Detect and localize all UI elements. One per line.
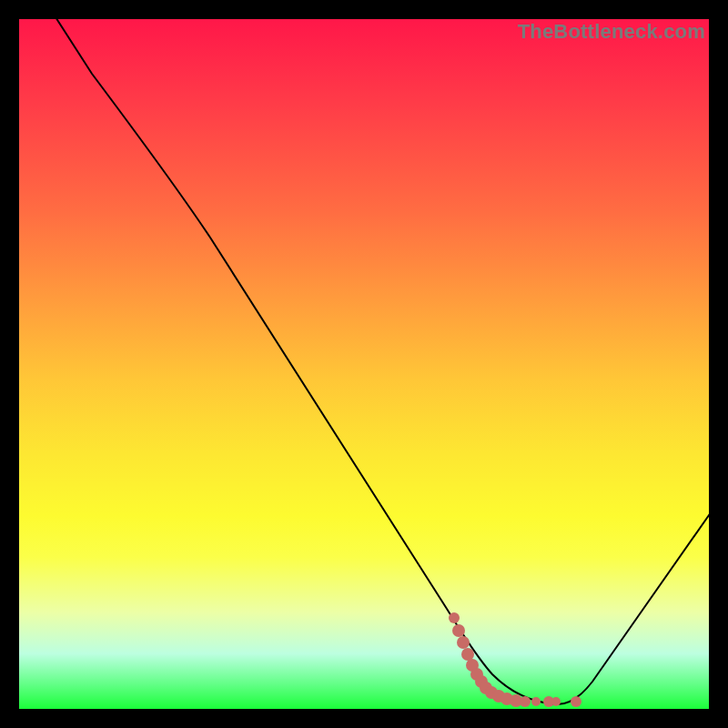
svg-point-2 (457, 636, 470, 649)
plot-area: TheBottleneck.com (19, 19, 709, 709)
svg-point-0 (449, 612, 460, 623)
chart-svg (19, 19, 709, 709)
svg-point-16 (571, 696, 581, 707)
chart-frame: TheBottleneck.com (0, 0, 728, 728)
svg-point-13 (531, 697, 541, 706)
bottleneck-curve (10, 0, 720, 704)
svg-point-12 (520, 696, 531, 707)
svg-point-3 (461, 648, 474, 661)
svg-point-1 (452, 624, 465, 637)
svg-point-15 (551, 697, 561, 706)
